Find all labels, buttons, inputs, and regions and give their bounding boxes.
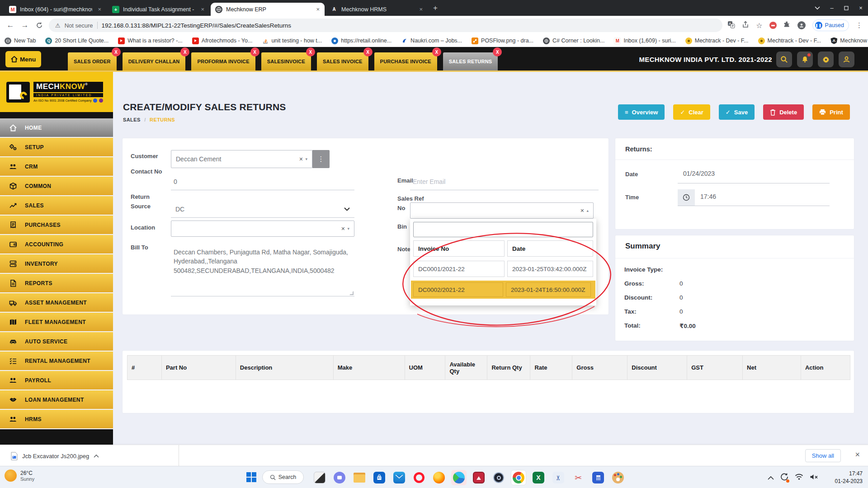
close-icon[interactable]: × [418,6,424,13]
adblock-extension-icon[interactable] [769,22,777,29]
bookmark-item[interactable]: Afrotechmods - Yo... [192,38,253,44]
email-input[interactable]: Enter Email [410,176,599,190]
bookmark-item[interactable]: C# Corner : Lookin... [543,38,604,44]
taskbar-app-edge[interactable] [451,470,467,485]
customer-select[interactable]: Deccan Cement ✕▾ [171,150,312,168]
update-sync-icon[interactable] [780,473,788,483]
erp-tab-purchase-invoice[interactable]: PURCHASE INVOICEX [374,52,437,70]
sidebar-item-home[interactable]: HOME [0,118,113,138]
taskbar-app-snip-sketch[interactable]: ✂ [551,470,566,485]
share-icon[interactable] [742,21,749,30]
bookmark-item[interactable]: What is a resistor? -... [118,38,183,44]
sidebar-item-accounting[interactable]: ACCOUNTING [0,235,113,254]
browser-tab-sheets[interactable]: + Individual Task Assignment - Goo × [108,3,209,16]
print-button[interactable]: Print [812,104,850,120]
taskbar-weather-widget[interactable]: 26°C Sunny [5,469,34,482]
bookmark-item[interactable]: unit testing - how t... [262,38,322,44]
taskbar-app-excel[interactable]: X [531,470,546,485]
erp-tab-sales-returns-active[interactable]: SALES RETURNSX [443,52,498,70]
back-icon[interactable]: ← [5,19,16,31]
start-button[interactable] [246,472,256,482]
contact-no-input[interactable]: 0 [171,176,354,190]
close-tab-badge[interactable]: X [112,47,121,56]
tab-search-chevron-icon[interactable] [810,0,825,16]
taskbar-app-taskview[interactable] [312,470,327,485]
close-download-bar-icon[interactable]: × [855,450,860,460]
bookmark-item[interactable]: Mechtrack - Dev - F... [758,38,821,44]
time-picker-button[interactable] [678,189,695,206]
dropdown-option-row-selected[interactable]: DC0002/2021-22 2023-01-24T16:50:00.000Z [411,281,595,299]
browser-tab-gmail[interactable]: M Inbox (604) - suri@mechknowsof × [5,3,106,16]
bookmark-star-icon[interactable]: ☆ [756,21,762,30]
taskbar-app-firefox[interactable] [431,470,447,485]
time-input[interactable]: 17:46 [700,193,716,200]
erp-tab-salesinvoice[interactable]: SALESINVOICEX [261,52,311,70]
bookmark-item[interactable]: MInbox (1,609) - suri... [614,38,675,44]
sidebar-item-hrms[interactable]: HRMS [0,410,113,429]
resize-handle[interactable] [349,291,354,295]
browser-tab-hrms[interactable]: A Mechknow HRMS × [326,3,428,16]
profile-button[interactable] [839,52,854,67]
location-select[interactable]: ✕▾ [171,221,354,237]
clear-button[interactable]: ✓Clear [673,104,710,120]
browser-tab-erp-active[interactable]: Mechknow ERP × [211,3,325,16]
clear-x-icon[interactable]: ✕ [341,226,345,232]
taskbar-clock[interactable]: 17:47 01-24-2023 [835,470,863,485]
new-tab-button[interactable]: + [433,4,438,13]
sidebar-item-loan-management[interactable]: LOAN MANAGEMENT [0,390,113,410]
erp-tab-proforma-invoice[interactable]: PROFORMA INVOICEX [191,52,255,70]
close-icon[interactable]: × [315,6,321,13]
sidebar-item-crm[interactable]: CRM [0,157,113,177]
search-button[interactable] [776,52,792,67]
erp-tab-delivery-challan[interactable]: DELIVERY CHALLANX [123,52,186,70]
clear-x-icon[interactable]: ✕ [580,208,584,214]
taskbar-app-photos[interactable] [471,470,486,485]
bookmark-item[interactable]: New Tab [5,38,36,44]
bookmark-item[interactable]: AMechknow CRM [830,38,868,44]
sidebar-item-rental-management[interactable]: RENTAL MANAGEMENT [0,352,113,371]
close-tab-badge[interactable]: X [363,47,373,56]
sidebar-item-common[interactable]: COMMON [0,177,113,196]
dropdown-search-input[interactable] [413,222,593,237]
taskbar-app-paint[interactable] [610,470,626,485]
bookmark-item[interactable]: Naukri.com – Jobs... [401,38,462,44]
return-source-select[interactable]: DC [171,201,354,218]
erp-tab-sales-invoice[interactable]: SALES INVOICEX [317,52,368,70]
settings-button[interactable] [818,52,834,67]
menu-button[interactable]: Menu [5,51,41,67]
sidebar-item-payroll[interactable]: PAYROLL [0,371,113,390]
notifications-button[interactable] [797,52,813,67]
bookmark-item[interactable]: https://retail.online... [331,38,392,44]
taskbar-app-chrome-active[interactable] [511,470,526,485]
date-input[interactable]: 01/24/2023 [683,170,715,177]
minimize-button[interactable]: – [825,0,839,16]
sidebar-item-auto-service[interactable]: AUTO SERVICE [0,332,113,352]
forward-icon[interactable]: → [19,19,31,31]
url-input[interactable]: ⚠ Not secure 192.168.0.131:88/MIPL21-22T… [49,19,722,32]
taskbar-app-camera[interactable] [491,470,506,485]
sidebar-item-fleet-management[interactable]: FLEET MANAGEMENT [0,313,113,332]
translate-icon[interactable]: A [727,21,735,30]
chevron-up-icon[interactable] [94,454,99,458]
taskbar-app-opera[interactable] [411,470,427,485]
customer-more-kebab-button[interactable]: ⋮ [312,150,330,168]
sidebar-item-reports[interactable]: REPORTS [0,274,113,293]
save-button[interactable]: ✓Save [719,104,755,120]
sidebar-item-inventory[interactable]: INVENTORY [0,254,113,274]
close-tab-badge[interactable]: X [250,47,259,56]
taskbar-app-store[interactable] [372,470,387,485]
browser-menu-kebab-icon[interactable]: ⋮ [856,21,863,29]
sidebar-item-purchases[interactable]: PURCHASES [0,216,113,235]
taskbar-app-mail[interactable] [392,470,407,485]
hidden-icons-chevron[interactable] [768,474,774,482]
sidebar-item-setup[interactable]: SETUP [0,138,113,157]
sync-paused-button[interactable]: ❚❚ Paused [812,19,849,31]
taskbar-app-calculator[interactable] [590,470,606,485]
taskbar-app-chat[interactable] [332,470,347,485]
show-all-button[interactable]: Show all [805,449,841,462]
close-tab-badge[interactable]: X [306,47,315,56]
delete-button[interactable]: Delete [763,104,804,120]
wifi-icon[interactable] [795,474,803,482]
dropdown-option-row[interactable]: DC0001/2021-22 2023-01-25T03:42:00.000Z [413,261,593,277]
bookmark-item[interactable]: Mechtrack - Dev - F... [685,38,749,44]
